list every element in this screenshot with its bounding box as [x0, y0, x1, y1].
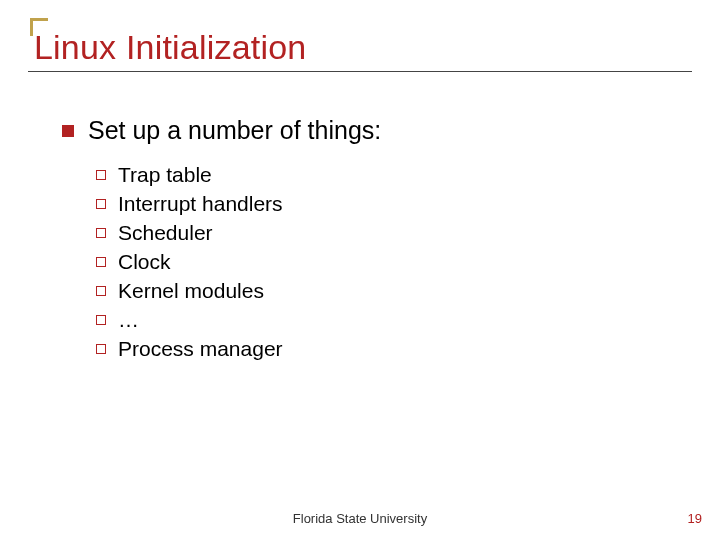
list-item: … [96, 308, 692, 332]
list-item: Interrupt handlers [96, 192, 692, 216]
hollow-square-bullet-icon [96, 257, 106, 267]
hollow-square-bullet-icon [96, 315, 106, 325]
footer-center: Florida State University [0, 511, 720, 526]
list-item: Process manager [96, 337, 692, 361]
hollow-square-bullet-icon [96, 170, 106, 180]
slide: Linux Initialization Set up a number of … [0, 0, 720, 540]
slide-content: Set up a number of things: Trap table In… [62, 116, 692, 361]
slide-title: Linux Initialization [28, 28, 692, 72]
list-item-text: Process manager [118, 337, 283, 361]
heading-text: Set up a number of things: [88, 116, 381, 145]
list-item-text: Clock [118, 250, 171, 274]
list-item: Scheduler [96, 221, 692, 245]
list-item-text: Trap table [118, 163, 212, 187]
list-item: Trap table [96, 163, 692, 187]
list-item: Clock [96, 250, 692, 274]
list-item-text: … [118, 308, 139, 332]
title-wrap: Linux Initialization [28, 18, 692, 72]
hollow-square-bullet-icon [96, 199, 106, 209]
list-item: Kernel modules [96, 279, 692, 303]
list-item-text: Kernel modules [118, 279, 264, 303]
list-item-text: Interrupt handlers [118, 192, 283, 216]
square-bullet-icon [62, 125, 74, 137]
hollow-square-bullet-icon [96, 286, 106, 296]
page-number: 19 [688, 511, 702, 526]
hollow-square-bullet-icon [96, 344, 106, 354]
title-accent-corner [30, 18, 48, 36]
hollow-square-bullet-icon [96, 228, 106, 238]
bullet-level1: Set up a number of things: [62, 116, 692, 145]
list-item-text: Scheduler [118, 221, 213, 245]
sublist: Trap table Interrupt handlers Scheduler … [96, 163, 692, 361]
